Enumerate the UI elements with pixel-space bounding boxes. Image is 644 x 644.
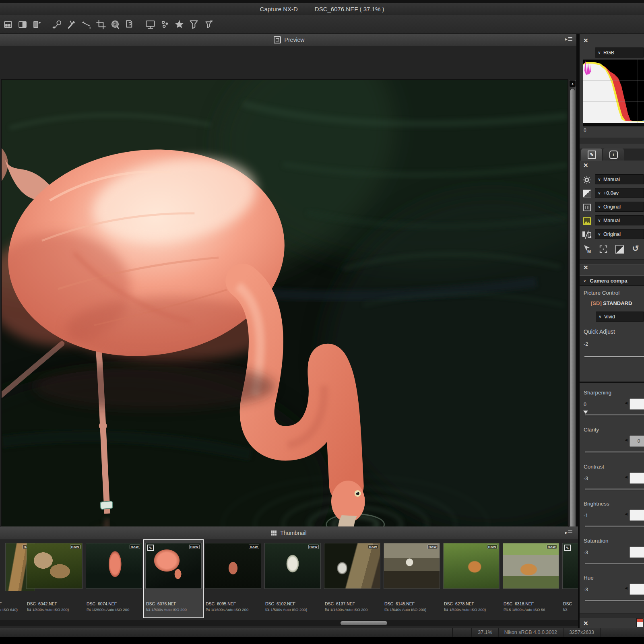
quick-adjust-slider-track[interactable] xyxy=(584,356,644,357)
monitor-profile-icon[interactable] xyxy=(145,19,156,30)
crop-tool-icon[interactable] xyxy=(95,19,106,30)
thumbnail-item[interactable]: RAW DSC_6137.NEF f/4 1/1600s Auto ISO 20… xyxy=(323,540,382,617)
scroll-up-button[interactable]: ▲ xyxy=(570,80,576,87)
thumbnail-panel-menu-icon[interactable]: ▶ xyxy=(565,530,572,535)
histogram-channel-dropdown[interactable]: ∨ RGB xyxy=(595,47,644,58)
thumbnail-image[interactable]: ✎ xyxy=(563,543,578,588)
title-bar-top-strip xyxy=(0,0,644,3)
thumbnail-item[interactable]: RAW DSC_6318.NEF f/3.5 1/500s Auto ISO 5… xyxy=(502,540,560,617)
thumbnail-scrollbar-thumb[interactable] xyxy=(341,621,387,625)
thumbnail-filename: DSC_6076.NEF xyxy=(146,601,202,606)
slider-contrast: Contrast -3 ◀ xyxy=(580,464,644,501)
crop-marks-icon[interactable] xyxy=(598,244,609,254)
thumbnail-item[interactable]: RAW DSC_6074.NEF f/4 1/2500s Auto ISO 20… xyxy=(85,540,143,617)
exposure-compensation-dropdown[interactable]: ∨ +0.0ev xyxy=(595,188,644,198)
slider-track[interactable] xyxy=(585,415,644,415)
value-spinbox[interactable] xyxy=(630,547,644,558)
thumbnail-item[interactable]: RAW DSC_6145.NEF f/4 1/640s Auto ISO 200… xyxy=(382,540,441,617)
noise-reduction-badge-icon xyxy=(636,618,643,627)
slider-track[interactable] xyxy=(585,563,644,564)
convert-files-icon[interactable] xyxy=(124,19,135,30)
spin-left-arrow-icon[interactable]: ◀ xyxy=(625,512,627,516)
thumbnail-image[interactable]: RAW xyxy=(27,543,82,588)
vertical-scrollbar-thumb[interactable] xyxy=(570,88,575,535)
label-filter-icon[interactable] xyxy=(203,19,214,30)
picture-control-preset-dropdown[interactable]: ∨ Vivid xyxy=(596,312,644,322)
section-divider xyxy=(580,613,644,618)
thumbnail-image[interactable]: RAW xyxy=(444,543,499,588)
thumbnail-item[interactable]: ✎ DSC f/3 xyxy=(561,540,578,617)
thumbnail-image[interactable]: RAW xyxy=(384,543,440,588)
close-icon[interactable]: ✕ xyxy=(583,264,588,271)
value-spinbox[interactable] xyxy=(630,473,644,484)
close-icon[interactable]: ✕ xyxy=(583,37,588,44)
filter-icon[interactable] xyxy=(188,19,199,30)
picture-control-mode-dropdown[interactable]: ∨ Manual xyxy=(595,174,644,184)
preview-panel-header: Preview ▶ xyxy=(0,34,578,46)
levels-icon[interactable] xyxy=(614,244,625,254)
thumbnail-filename: DSC_6318.NEF xyxy=(504,601,559,606)
thumbnail-image[interactable]: RAW xyxy=(265,543,320,588)
slider-label: Sharpening xyxy=(584,390,611,396)
thumbnail-image[interactable]: RAW xyxy=(324,543,380,588)
camera-compatible-section-header[interactable]: ∨ Camera compa xyxy=(580,275,644,286)
white-balance-dropdown[interactable]: ∨ Original xyxy=(595,202,644,212)
tab-metadata[interactable]: i xyxy=(603,149,624,161)
slider-value: -1 xyxy=(584,513,588,518)
tab-edit[interactable]: ✎ xyxy=(581,149,602,161)
spin-left-arrow-icon[interactable]: ◀ xyxy=(625,586,627,590)
thumbnail-layout-icon[interactable] xyxy=(2,19,13,30)
preview-vertical-scrollbar[interactable]: ▲ ▼ xyxy=(569,80,576,551)
thumbnail-exposure-info: f/4 1/1600s Auto ISO 200 xyxy=(325,607,381,612)
slider-label: Saturation xyxy=(584,538,609,544)
image-pane-icon[interactable] xyxy=(31,19,42,30)
thumbnail-exposure-info: f/4 1/800s Auto ISO 200) xyxy=(27,607,83,612)
thumbnail-image[interactable]: RAW xyxy=(86,543,142,588)
slider-handle[interactable] xyxy=(583,411,588,414)
preview-image-flamingo[interactable] xyxy=(2,80,568,551)
close-icon[interactable]: ✕ xyxy=(583,162,588,169)
raw-badge: RAW xyxy=(427,545,438,549)
picture-control-dropdown[interactable]: ∨ Manual xyxy=(595,215,644,225)
versions-dropdown[interactable]: ∨ Original xyxy=(595,229,644,239)
thumbnail-item[interactable]: RAW F o ISO 640) xyxy=(0,540,24,617)
thumbnail-item[interactable]: RAW DSC_6095.NEF f/4 1/1600s Auto ISO 20… xyxy=(204,540,262,617)
options-icon[interactable] xyxy=(159,19,170,30)
revert-icon[interactable]: ↺ xyxy=(630,243,641,254)
preview-panel-title: Preview xyxy=(285,37,305,43)
slider-track[interactable] xyxy=(585,489,644,489)
slider-label: Contrast xyxy=(584,464,604,470)
zoom-hand-tool-icon[interactable] xyxy=(52,19,63,30)
value-spinbox[interactable] xyxy=(630,584,644,595)
edited-badge-icon: ✎ xyxy=(147,545,154,551)
thumbnail-item[interactable]: RAW DSC_6042.NEF f/4 1/800s Auto ISO 200… xyxy=(25,540,84,617)
thumbnail-image[interactable]: RAW xyxy=(205,543,261,588)
rating-star-icon[interactable] xyxy=(174,19,185,30)
split-layout-icon[interactable] xyxy=(17,19,28,30)
thumbnail-image[interactable]: ✎ RAW xyxy=(146,543,201,588)
thumbnail-image[interactable]: RAW xyxy=(503,543,559,588)
thumbnail-item-selected[interactable]: ✎ RAW DSC_6076.NEF f/4 1/800s Auto ISO 2… xyxy=(143,539,204,618)
thumbnail-item[interactable]: RAW DSC_6102.NEF f/4 1/500s Auto ISO 200… xyxy=(263,540,322,617)
spin-left-arrow-icon[interactable]: ◀ xyxy=(625,438,627,442)
close-icon[interactable]: ✕ xyxy=(583,620,588,627)
slider-track[interactable] xyxy=(585,526,644,526)
gray-point-tool-icon[interactable]: M xyxy=(582,244,592,254)
preview-panel-menu-icon[interactable]: ▶ xyxy=(565,37,572,41)
thumbnail-horizontal-scrollbar[interactable] xyxy=(0,620,578,626)
thumbnail-item[interactable]: RAW DSC_6278.NEF f/4 1/500s Auto ISO 200… xyxy=(442,540,501,617)
spin-left-arrow-icon[interactable]: ◀ xyxy=(625,475,627,479)
spin-left-arrow-icon[interactable]: ◀ xyxy=(625,401,627,405)
value-spinbox[interactable] xyxy=(630,398,644,410)
slider-track[interactable] xyxy=(585,600,644,601)
slider-track[interactable] xyxy=(585,452,644,452)
value-spinbox: 0 xyxy=(630,436,644,447)
red-eye-tool-icon[interactable] xyxy=(110,19,121,30)
retouch-brush-tool-icon[interactable] xyxy=(66,19,77,30)
raw-badge: RAW xyxy=(249,545,259,549)
chevron-down-icon: ∨ xyxy=(595,50,603,55)
value-spinbox[interactable] xyxy=(630,510,644,521)
straighten-tool-icon[interactable] xyxy=(81,19,92,30)
slider-value: -3 xyxy=(584,550,588,555)
slider-value: 0 xyxy=(584,402,586,407)
